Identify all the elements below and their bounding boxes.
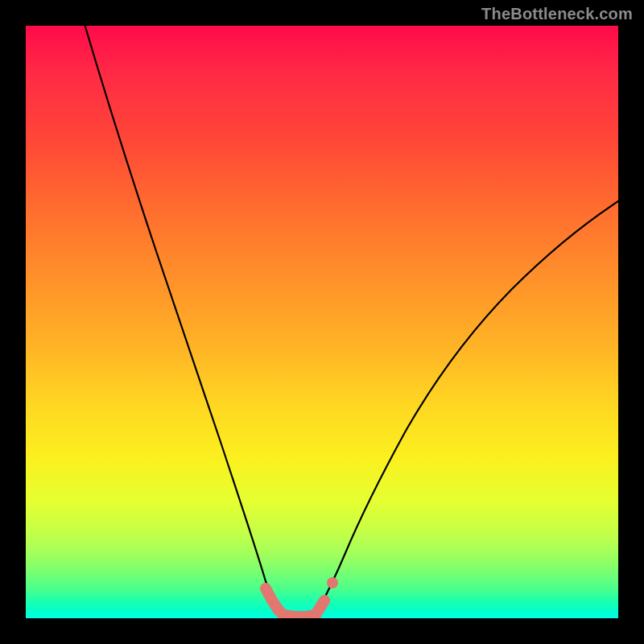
plot-area bbox=[26, 26, 618, 618]
right-dot-marker bbox=[327, 577, 338, 588]
curves-svg bbox=[26, 26, 618, 618]
chart-frame: TheBottleneck.com bbox=[0, 0, 644, 644]
watermark-text: TheBottleneck.com bbox=[481, 5, 633, 23]
right-curve bbox=[316, 201, 618, 615]
left-curve bbox=[85, 26, 283, 615]
right-start-marker bbox=[316, 601, 324, 615]
